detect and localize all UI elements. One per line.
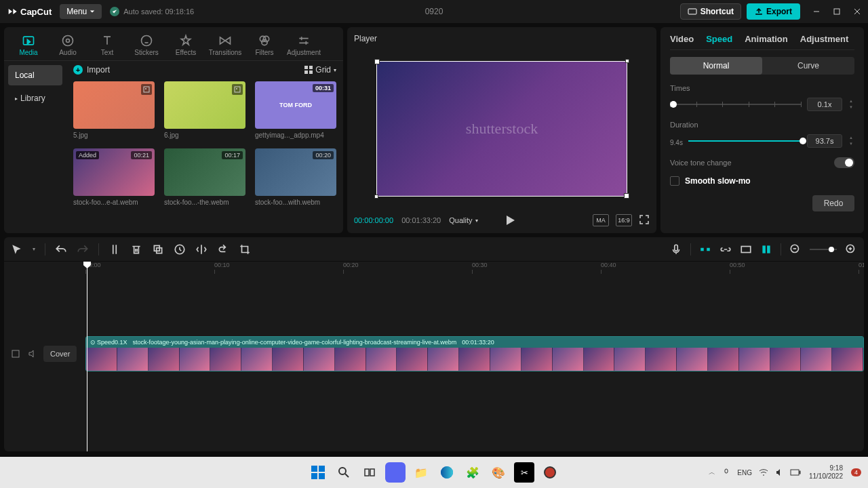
delete-tool[interactable] — [130, 243, 142, 256]
times-value[interactable]: 0.1x — [807, 98, 842, 111]
svg-point-5 — [142, 36, 152, 46]
volume-icon[interactable] — [775, 468, 783, 476]
voice-change-toggle[interactable] — [834, 157, 854, 168]
taskbar-app[interactable]: 🎨 — [488, 462, 509, 483]
sidebar-item-local[interactable]: Local — [8, 65, 62, 85]
shortcut-button[interactable]: Shortcut — [680, 3, 741, 20]
battery-icon[interactable] — [790, 469, 801, 476]
file-explorer-button[interactable]: 📁 — [411, 462, 431, 483]
split-tool[interactable] — [108, 243, 121, 256]
chevron-down-icon — [90, 9, 95, 14]
original-ratio-button[interactable]: MA — [593, 214, 609, 226]
link-button[interactable] — [719, 243, 732, 256]
preview-button[interactable] — [740, 243, 752, 256]
duration-stepper[interactable]: ▲▼ — [848, 136, 854, 147]
quality-dropdown[interactable]: Quality▾ — [449, 216, 477, 224]
import-button[interactable]: + Import — [73, 65, 110, 75]
duration-slider[interactable] — [688, 140, 802, 142]
track-mute-icon[interactable] — [27, 349, 37, 359]
prop-tab-video[interactable]: Video — [670, 34, 694, 44]
mirror-tool[interactable] — [195, 243, 208, 256]
project-title: 0920 — [425, 7, 443, 16]
magnet-button[interactable] — [699, 243, 711, 256]
times-stepper[interactable]: ▲▼ — [848, 99, 854, 110]
search-button[interactable] — [334, 462, 354, 483]
align-button[interactable] — [760, 243, 772, 256]
menu-button[interactable]: Menu — [60, 4, 102, 19]
reverse-tool[interactable] — [174, 243, 186, 256]
notification-badge[interactable]: 4 — [851, 468, 861, 476]
tab-transitions[interactable]: Transitions — [208, 30, 243, 60]
media-item[interactable]: 00:20 stock-foo...with.webm — [255, 148, 336, 206]
svg-rect-39 — [791, 470, 799, 475]
prop-tab-speed[interactable]: Speed — [706, 34, 732, 44]
redo-button[interactable]: Redo — [812, 195, 854, 211]
sidebar-item-library[interactable]: ▸ Library — [8, 88, 62, 108]
chevron-right-icon: ▸ — [15, 96, 18, 102]
start-button[interactable] — [308, 462, 328, 483]
aspect-ratio-button[interactable]: 16:9 — [616, 214, 632, 226]
maximize-button[interactable] — [833, 7, 841, 16]
tab-media[interactable]: Media — [11, 30, 46, 60]
undo-button[interactable] — [55, 243, 67, 256]
wifi-icon[interactable] — [759, 468, 768, 476]
select-tool[interactable] — [11, 243, 23, 256]
grid-view-button[interactable]: Grid ▾ — [304, 65, 336, 75]
tray-chevron[interactable]: ︿ — [709, 468, 715, 477]
zoom-slider[interactable] — [810, 249, 837, 250]
crop-tool[interactable] — [239, 243, 251, 256]
close-button[interactable] — [853, 7, 861, 16]
media-item[interactable]: 00:17 stock-foo...-the.webm — [164, 148, 245, 206]
capcut-taskbar[interactable]: ✂ — [514, 462, 534, 483]
play-button[interactable] — [507, 216, 515, 225]
media-item[interactable]: TOM FORD00:31 gettyimag..._adpp.mp4 — [255, 81, 336, 139]
tab-text[interactable]: Text — [90, 30, 125, 60]
svg-rect-20 — [675, 245, 678, 251]
mic-button[interactable] — [670, 243, 682, 256]
sub-tab-normal[interactable]: Normal — [670, 57, 762, 75]
taskbar-app[interactable] — [385, 462, 406, 483]
svg-point-3 — [63, 36, 73, 46]
track-toggle-icon[interactable] — [11, 349, 20, 359]
timeline-ruler[interactable]: 00:00 00:10 00:20 00:30 00:40 00:50 01 — [85, 262, 864, 275]
plus-icon: + — [73, 65, 83, 75]
prop-tab-animation[interactable]: Animation — [745, 34, 788, 44]
media-item[interactable]: Added00:21 stock-foo...e-at.webm — [73, 148, 155, 206]
duration-value[interactable]: 93.7s — [807, 134, 842, 148]
times-label: Times — [670, 84, 854, 92]
export-button[interactable]: Export — [747, 3, 800, 20]
taskbar-app[interactable]: 🧩 — [462, 462, 483, 483]
svg-rect-28 — [12, 350, 19, 357]
tab-effects[interactable]: Effects — [168, 30, 203, 60]
clock[interactable]: 9:18 11/10/2022 — [809, 464, 843, 481]
sub-tab-curve[interactable]: Curve — [762, 57, 854, 75]
mic-tray-icon[interactable] — [722, 468, 730, 476]
task-view-button[interactable] — [359, 462, 380, 483]
timeline-clip[interactable]: ⊙ Speed0.1X stock-footage-young-asian-ma… — [85, 336, 864, 371]
smooth-checkbox[interactable] — [670, 176, 679, 186]
media-item[interactable]: 5.jpg — [73, 81, 155, 139]
tab-audio[interactable]: Audio — [50, 30, 85, 60]
redo-timeline-button[interactable] — [77, 243, 89, 256]
language-indicator[interactable]: ENG — [737, 469, 752, 476]
playhead[interactable] — [87, 262, 87, 451]
minimize-button[interactable] — [812, 7, 821, 16]
voice-change-label: Voice tone change — [670, 159, 732, 167]
fullscreen-button[interactable] — [639, 214, 650, 225]
cover-button[interactable]: Cover — [43, 346, 77, 362]
prop-tab-adjustment[interactable]: Adjustment — [800, 34, 849, 44]
duplicate-tool[interactable] — [152, 243, 164, 256]
zoom-out-button[interactable] — [789, 243, 802, 256]
tab-stickers[interactable]: Stickers — [129, 30, 164, 60]
duration-original: 9.4s — [670, 139, 683, 146]
check-icon — [110, 7, 119, 16]
zoom-in-button[interactable] — [845, 243, 857, 256]
tab-filters[interactable]: Filters — [247, 30, 282, 60]
player-viewport[interactable]: shutterstock — [354, 50, 650, 207]
media-item[interactable]: 6.jpg — [164, 81, 245, 139]
rotate-tool[interactable] — [217, 243, 229, 256]
edge-button[interactable] — [437, 462, 457, 483]
record-button[interactable] — [540, 462, 560, 483]
tab-adjustment[interactable]: Adjustment — [286, 30, 321, 60]
times-slider[interactable] — [670, 104, 802, 105]
